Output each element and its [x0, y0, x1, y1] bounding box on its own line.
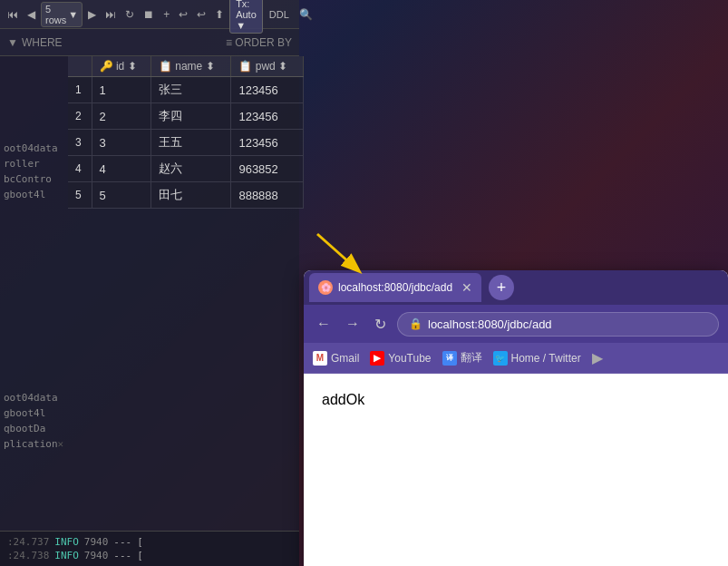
last-row-btn[interactable]: ⏭	[102, 6, 120, 23]
stop-btn[interactable]: ⏹	[140, 6, 158, 23]
order-by-label: ≡ ORDER BY	[226, 36, 292, 49]
bookmark-gmail[interactable]: M Gmail	[313, 351, 359, 366]
file-item[interactable]: plication ✕	[0, 436, 63, 452]
rows-selector[interactable]: 5 rows ▼	[41, 2, 83, 27]
data-table: 🔑 id ⬍ 📋 name ⬍ 📋 pwd ⬍ 11张三12345622李四12…	[68, 56, 304, 209]
cell-rownum: 1	[68, 77, 92, 103]
refresh-btn[interactable]: ↻	[121, 6, 138, 23]
search-btn[interactable]: 🔍	[296, 6, 316, 23]
cell-name: 王五	[150, 130, 231, 156]
log-line: :24.737 INFO 7940 --- [	[7, 535, 292, 549]
bookmark-translate[interactable]: 译 翻译	[442, 350, 482, 366]
cell-name: 李四	[150, 103, 231, 130]
log-time: :24.737	[7, 536, 49, 548]
file-item[interactable]: oot04data	[0, 390, 63, 405]
file-tree-top: oot04data roller bcContro gboot4l	[0, 141, 68, 202]
cell-name: 张三	[150, 77, 231, 103]
log-pid: 7940	[84, 536, 109, 548]
cell-id: 3	[92, 130, 150, 156]
tx-dropdown-icon: ▼	[236, 20, 246, 31]
col-name[interactable]: 📋 name ⬍	[150, 56, 231, 77]
cell-pwd: 123456	[231, 103, 304, 130]
forward-button[interactable]: →	[342, 312, 364, 336]
undo-btn[interactable]: ↩	[175, 6, 191, 23]
back-button[interactable]: ←	[313, 312, 335, 336]
bookmark-more[interactable]: ▶	[592, 349, 603, 366]
gmail-label: Gmail	[331, 352, 359, 365]
more-icon: ▶	[592, 349, 603, 366]
bookmark-youtube[interactable]: ▶ YouTube	[370, 351, 431, 366]
address-bar[interactable]: 🔒 localhost:8080/jdbc/add	[397, 312, 719, 337]
table-row[interactable]: 55田七888888	[68, 182, 304, 209]
rows-dropdown-icon: ▼	[68, 9, 78, 20]
translate-label: 翻译	[461, 350, 482, 366]
cell-pwd: 963852	[231, 156, 304, 182]
where-text: WHERE	[22, 36, 63, 49]
rows-label: 5 rows	[45, 4, 66, 25]
table-row[interactable]: 44赵六963852	[68, 156, 304, 182]
file-item[interactable]: oot04data	[0, 141, 63, 156]
col-id[interactable]: 🔑 id ⬍	[92, 56, 150, 77]
log-sep: ---	[113, 550, 131, 561]
file-item[interactable]: roller	[0, 156, 63, 171]
youtube-icon: ▶	[370, 351, 384, 366]
export-btn[interactable]: ⬆	[211, 6, 228, 23]
lock-icon: 🔒	[409, 317, 422, 330]
new-tab-button[interactable]: +	[489, 275, 514, 300]
tab-close-button[interactable]: ✕	[461, 280, 472, 295]
bookmark-twitter[interactable]: 🐦 Home / Twitter	[493, 351, 581, 366]
tx-label: Tx: Auto	[236, 0, 257, 20]
youtube-label: YouTube	[388, 352, 431, 365]
active-tab[interactable]: 🌸 localhost:8080/jdbc/add ✕	[309, 273, 481, 302]
prev-btn[interactable]: ◀	[24, 6, 39, 23]
cell-rownum: 5	[68, 182, 92, 209]
first-row-btn[interactable]: ⏮	[4, 6, 22, 23]
cell-id: 2	[92, 103, 150, 130]
url-text: localhost:8080/jdbc/add	[428, 317, 552, 331]
table-row[interactable]: 11张三123456	[68, 77, 304, 103]
table-row[interactable]: 22李四123456	[68, 103, 304, 130]
cell-id: 5	[92, 182, 150, 209]
tx-selector[interactable]: Tx: Auto ▼	[229, 0, 263, 34]
log-line: :24.738 INFO 7940 --- [	[7, 549, 292, 562]
browser-window: 🌸 localhost:8080/jdbc/add ✕ + ← → ↻ 🔒 lo…	[304, 270, 728, 566]
log-level: INFO	[54, 536, 79, 548]
log-msg: [	[137, 536, 143, 548]
cell-id: 1	[92, 77, 150, 103]
cell-pwd: 123456	[231, 130, 304, 156]
col-pwd[interactable]: 📋 pwd ⬍	[231, 56, 304, 77]
file-item[interactable]: gboot4l	[0, 187, 63, 202]
browser-tab-bar: 🌸 localhost:8080/jdbc/add ✕ +	[304, 270, 728, 305]
translate-icon: 译	[442, 351, 457, 366]
where-label: ▼ WHERE	[7, 36, 63, 49]
cell-rownum: 4	[68, 156, 92, 182]
log-time: :24.738	[7, 550, 49, 561]
reload-button[interactable]: ↻	[371, 312, 390, 337]
log-sep: ---	[113, 536, 131, 548]
browser-nav-bar: ← → ↻ 🔒 localhost:8080/jdbc/add	[304, 305, 728, 343]
cell-rownum: 3	[68, 130, 92, 156]
browser-content: addOk	[304, 374, 728, 566]
cell-name: 赵六	[150, 156, 231, 182]
file-item[interactable]: bcContro	[0, 171, 63, 187]
ide-panel: ⏮ ◀ 5 rows ▼ ▶ ⏭ ↻ ⏹ + ↩ ↩ ⬆ Tx: Auto ▼ …	[0, 0, 299, 566]
page-text: addOk	[322, 392, 364, 407]
cell-pwd: 123456	[231, 77, 304, 103]
twitter-label: Home / Twitter	[511, 352, 581, 365]
file-item[interactable]: qbootDa	[0, 421, 63, 436]
add-btn[interactable]: +	[160, 6, 173, 23]
gmail-icon: M	[313, 351, 327, 366]
order-icon: ≡	[226, 36, 232, 49]
bookmarks-bar: M Gmail ▶ YouTube 译 翻译 🐦 Home / Twitter …	[304, 343, 728, 374]
where-bar: ▼ WHERE ≡ ORDER BY	[0, 29, 299, 56]
log-level: INFO	[54, 550, 79, 561]
twitter-icon: 🐦	[493, 351, 508, 366]
next-btn[interactable]: ▶	[84, 6, 100, 23]
ddl-button[interactable]: DDL	[265, 7, 294, 22]
table-row[interactable]: 33王五123456	[68, 130, 304, 156]
cell-id: 4	[92, 156, 150, 182]
file-item[interactable]: gboot4l	[0, 405, 63, 421]
data-table-container: 🔑 id ⬍ 📋 name ⬍ 📋 pwd ⬍ 11张三12345622李四12…	[68, 56, 304, 209]
redo-btn[interactable]: ↩	[193, 6, 209, 23]
cell-name: 田七	[150, 182, 231, 209]
